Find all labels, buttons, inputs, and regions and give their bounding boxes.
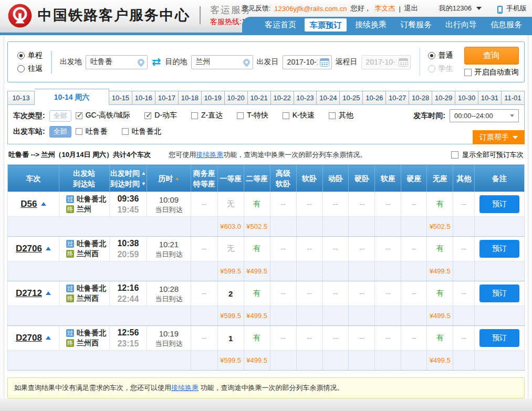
sort-icon[interactable]: ▲: [141, 168, 146, 178]
column-header[interactable]: 历时▲: [147, 165, 191, 192]
price-cell: [349, 306, 375, 326]
seat-availability-cell: --: [322, 237, 349, 261]
depart-time: 10:38: [110, 238, 147, 249]
train-type-checkbox[interactable]: GC-高铁/城际: [76, 111, 131, 120]
column-header[interactable]: 商务座特等座: [191, 165, 217, 192]
column-header[interactable]: 其他: [453, 165, 475, 192]
date-tab[interactable]: 10-14 周六: [35, 89, 109, 105]
train-code-link[interactable]: D2708: [16, 333, 42, 343]
column-header[interactable]: 出发时间▲到达时间▼: [109, 165, 147, 192]
student-passenger-radio[interactable]: 学生: [428, 64, 453, 73]
nav-tab[interactable]: 车票预订: [305, 18, 347, 31]
arrive-day: 当日到达: [147, 294, 191, 304]
train-code-link[interactable]: D2712: [16, 288, 42, 298]
date-tab[interactable]: 10-24: [317, 91, 340, 105]
transfer-link[interactable]: 接续换乘: [196, 151, 223, 159]
date-tab[interactable]: 10-23: [294, 91, 317, 105]
nav-tab[interactable]: 信息服务: [484, 17, 529, 33]
price-cell: ¥499.5: [427, 261, 453, 281]
collapse-icon[interactable]: [41, 202, 46, 206]
logout-link[interactable]: 退出: [404, 4, 418, 13]
seat-availability-cell: --: [401, 281, 427, 306]
seat-availability-cell: --: [296, 192, 322, 217]
date-tab[interactable]: 11-01: [502, 91, 525, 105]
train-type-all-button[interactable]: 全部: [49, 110, 71, 122]
train-type-checkbox[interactable]: K-快速: [283, 111, 315, 120]
date-tab[interactable]: 10-31: [478, 91, 502, 105]
feedback-email-link[interactable]: 12306yjfk@rails.com.cn: [274, 5, 347, 13]
train-type-checkbox[interactable]: 其他: [329, 111, 353, 120]
date-tab[interactable]: 10-26: [363, 91, 386, 105]
nav-tab[interactable]: 客运首页: [258, 17, 303, 33]
depart-station-checkbox[interactable]: 吐鲁番北: [122, 127, 161, 136]
date-tab[interactable]: 10-28: [409, 91, 432, 105]
date-tab[interactable]: 10-25: [340, 91, 363, 105]
normal-passenger-radio[interactable]: 普通: [428, 51, 453, 60]
book-button[interactable]: 预订: [479, 329, 519, 347]
show-all-checkbox[interactable]: 显示全部可预订车次: [451, 150, 524, 160]
price-cell: [322, 261, 349, 281]
column-header[interactable]: 高级软卧: [270, 165, 296, 192]
date-tab[interactable]: 10-18: [179, 91, 202, 105]
depart-station-checkbox[interactable]: 吐鲁番: [76, 127, 108, 136]
date-tab[interactable]: 10-13: [7, 91, 35, 105]
depart-station-all-button[interactable]: 全部: [49, 126, 71, 138]
date-tab[interactable]: 10-17: [155, 91, 179, 105]
seat-availability-cell: --: [375, 192, 401, 217]
date-tab[interactable]: 10-22: [271, 91, 294, 105]
date-tab[interactable]: 10-27: [386, 91, 409, 105]
column-header[interactable]: 硬卧: [349, 165, 375, 192]
nav-tab[interactable]: 出行向导: [439, 17, 484, 33]
date-tab[interactable]: 10-20: [225, 91, 248, 105]
date-tab[interactable]: 10-29: [432, 91, 455, 105]
date-tab[interactable]: 10-21: [248, 91, 271, 105]
calendar-icon[interactable]: [320, 58, 329, 69]
train-type-checkbox[interactable]: D-动车: [144, 111, 177, 120]
column-header[interactable]: 一等座: [217, 165, 244, 192]
column-header[interactable]: 出发站到达站: [59, 165, 109, 192]
column-header[interactable]: 无座: [427, 165, 453, 192]
nav-tab[interactable]: 接续换乘: [348, 17, 393, 33]
date-tab[interactable]: 10-16: [132, 91, 155, 105]
swap-stations-icon[interactable]: ⇄: [152, 56, 161, 68]
seat-availability-cell: --: [270, 326, 296, 351]
booking-helper-button[interactable]: 订票帮手: [473, 130, 525, 144]
book-button[interactable]: 预订: [479, 195, 519, 213]
date-tab[interactable]: 10-19: [202, 91, 225, 105]
transfer-link[interactable]: 接续换乘: [171, 384, 199, 392]
query-button[interactable]: 查询: [464, 47, 519, 65]
column-header[interactable]: 硬座: [401, 165, 427, 192]
mobile-version-link[interactable]: 手机版: [506, 4, 527, 13]
book-button[interactable]: 预订: [479, 240, 519, 258]
content-sheet: 单程 往返 出发地 ⇄ 目的地 出发日 返程日: [4, 35, 528, 411]
train-code-link[interactable]: D2706: [16, 244, 42, 254]
collapse-icon[interactable]: [46, 291, 51, 295]
userbar-divider: |: [399, 5, 400, 13]
price-cell: ¥499.5: [244, 306, 270, 326]
auto-query-checkbox[interactable]: 开启自动查询: [464, 68, 519, 77]
date-tab[interactable]: 10-30: [455, 91, 478, 105]
sort-icon[interactable]: ▼: [141, 178, 146, 189]
column-header[interactable]: 二等座: [244, 165, 270, 192]
book-button[interactable]: 预订: [479, 284, 519, 302]
collapse-icon[interactable]: [46, 336, 51, 340]
train-type-checkbox[interactable]: Z-直达: [191, 111, 223, 120]
nav-tab[interactable]: 订餐服务: [393, 17, 439, 33]
my12306-menu[interactable]: 我的12306: [439, 4, 472, 13]
round-trip-radio[interactable]: 往返: [17, 64, 43, 73]
train-code-link[interactable]: D56: [20, 199, 37, 209]
column-header[interactable]: 动卧: [322, 165, 349, 192]
collapse-icon[interactable]: [46, 247, 51, 250]
train-type-checkbox[interactable]: T-特快: [237, 111, 268, 120]
one-way-radio[interactable]: 单程: [17, 51, 43, 60]
chevron-down-icon[interactable]: [476, 7, 482, 10]
station-name: 吐鲁番北: [77, 283, 106, 293]
column-header[interactable]: 车次: [8, 165, 59, 192]
depart-time-select[interactable]: 00:00--24:00: [450, 109, 519, 122]
column-header[interactable]: 备注: [475, 165, 525, 192]
column-header[interactable]: 软座: [375, 165, 401, 192]
column-header[interactable]: 软卧: [296, 165, 322, 192]
username-link[interactable]: 李文杰: [374, 4, 395, 13]
date-tab[interactable]: 10-15: [109, 91, 132, 105]
sort-icon[interactable]: ▲: [174, 173, 179, 184]
